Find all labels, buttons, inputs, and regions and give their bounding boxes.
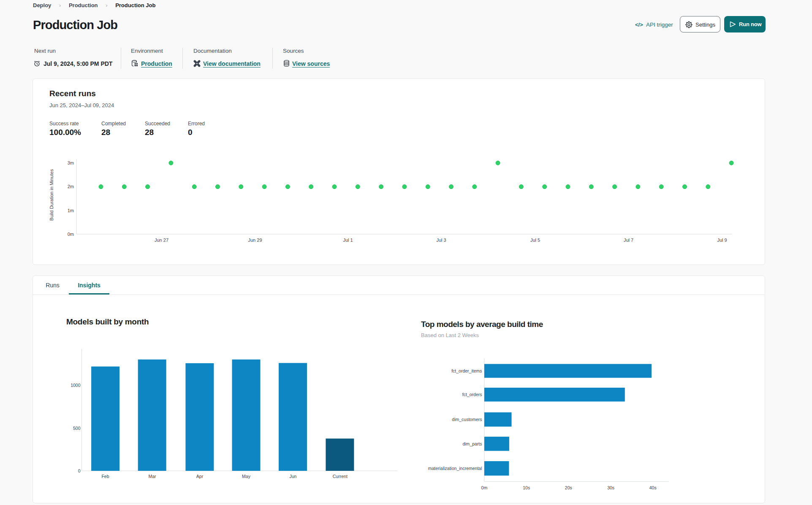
- svg-text:10s: 10s: [523, 485, 530, 490]
- svg-text:fct_order_items: fct_order_items: [451, 368, 482, 373]
- svg-text:0m: 0m: [68, 232, 74, 237]
- svg-text:1m: 1m: [68, 208, 74, 213]
- svg-text:0: 0: [78, 468, 81, 473]
- svg-text:Current: Current: [333, 474, 348, 479]
- svg-text:0m: 0m: [481, 485, 488, 490]
- svg-text:Jul 7: Jul 7: [624, 238, 633, 243]
- svg-text:500: 500: [73, 426, 81, 431]
- svg-text:Mar: Mar: [148, 474, 156, 479]
- svg-text:fct_orders: fct_orders: [462, 392, 482, 397]
- svg-text:Jul 3: Jul 3: [436, 238, 446, 243]
- svg-text:materialization_incremental: materialization_incremental: [428, 466, 482, 471]
- svg-text:1000: 1000: [71, 383, 81, 388]
- svg-text:Jun: Jun: [290, 474, 297, 479]
- svg-text:30s: 30s: [607, 485, 614, 490]
- svg-text:dim_customers: dim_customers: [452, 417, 482, 422]
- svg-text:40s: 40s: [649, 485, 657, 490]
- svg-text:Build Duration in Minutes: Build Duration in Minutes: [49, 169, 54, 221]
- svg-text:Feb: Feb: [101, 474, 109, 479]
- svg-text:2m: 2m: [68, 184, 74, 189]
- svg-text:Jun 27: Jun 27: [155, 238, 168, 243]
- svg-text:May: May: [242, 474, 251, 479]
- svg-text:3m: 3m: [68, 160, 74, 165]
- svg-text:Jul 1: Jul 1: [343, 238, 353, 243]
- svg-text:20s: 20s: [565, 485, 572, 490]
- svg-text:Jun 29: Jun 29: [248, 238, 262, 243]
- svg-text:Apr: Apr: [196, 474, 204, 479]
- svg-text:Jul 5: Jul 5: [530, 238, 540, 243]
- svg-text:dim_parts: dim_parts: [462, 441, 482, 446]
- svg-text:Jul 9: Jul 9: [717, 238, 727, 243]
